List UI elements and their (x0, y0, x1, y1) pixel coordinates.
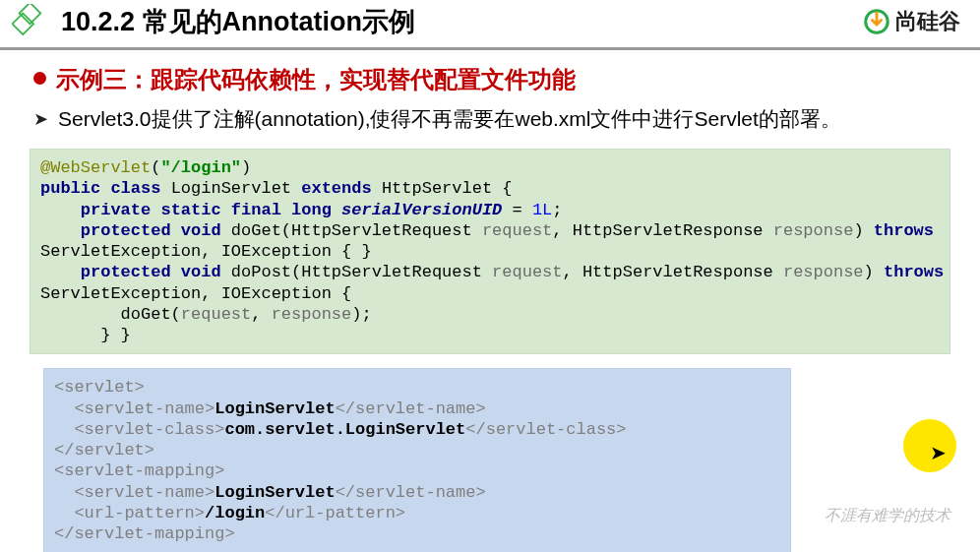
logo-area: 尚硅谷 (862, 7, 960, 36)
java-code-block: @WebServlet("/login") public class Login… (30, 149, 950, 354)
xml-code-block: <servlet> <servlet-name>LoginServlet</se… (43, 368, 791, 552)
sub-bullet-row: ➤ Servlet3.0提供了注解(annotation),使得不再需要在web… (30, 105, 950, 133)
slide-content: 示例三：跟踪代码依赖性，实现替代配置文件功能 ➤ Servlet3.0提供了注解… (0, 50, 980, 552)
watermark-text: 不涯有难学的技术 (825, 506, 950, 526)
example-heading: 示例三：跟踪代码依赖性，实现替代配置文件功能 (56, 64, 576, 95)
sub-bullet-text: Servlet3.0提供了注解(annotation),使得不再需要在web.x… (58, 105, 841, 133)
slide-title: 10.2.2 常见的Annotation示例 (61, 4, 415, 39)
chevron-right-icon: ➤ (33, 108, 48, 130)
diamond-icon (12, 4, 47, 39)
brand-name: 尚硅谷 (895, 7, 960, 36)
logo-icon (862, 7, 891, 36)
cursor-arrow-icon: ➤ (930, 441, 947, 464)
bullet-dot-icon (33, 72, 46, 85)
header-left: 10.2.2 常见的Annotation示例 (12, 4, 415, 39)
slide-header: 10.2.2 常见的Annotation示例 尚硅谷 (0, 0, 980, 50)
example-heading-row: 示例三：跟踪代码依赖性，实现替代配置文件功能 (30, 64, 950, 95)
